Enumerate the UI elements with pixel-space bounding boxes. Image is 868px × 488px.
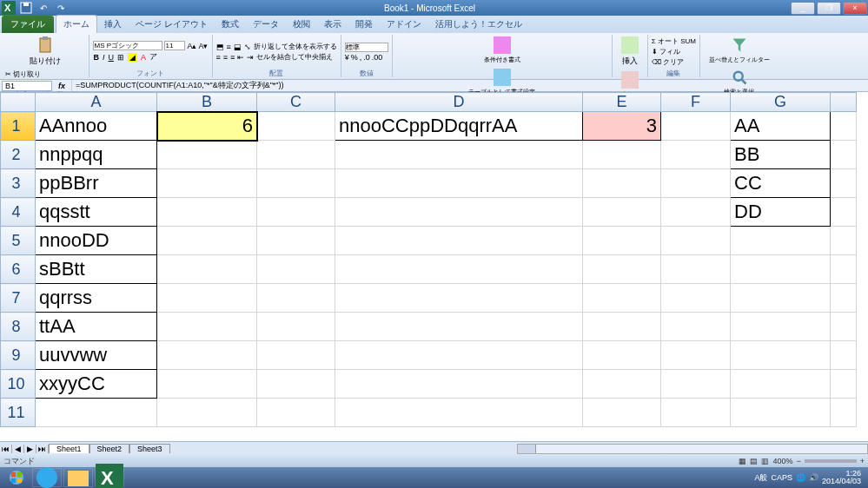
cell-A10[interactable]: xxyyCC xyxy=(36,370,157,399)
cell-A3[interactable]: ppBBrr xyxy=(36,169,157,198)
col-header-H[interactable] xyxy=(831,93,857,112)
col-header-A[interactable]: A xyxy=(36,93,157,112)
bold-button[interactable]: B xyxy=(93,53,99,62)
italic-button[interactable]: I xyxy=(103,53,105,62)
cell-C1[interactable] xyxy=(257,112,335,141)
sheet-tab-3[interactable]: Sheet3 xyxy=(129,444,170,453)
col-header-G[interactable]: G xyxy=(731,93,831,112)
sheet-nav-last-icon[interactable]: ⏭ xyxy=(36,445,49,453)
row-header-2[interactable]: 2 xyxy=(1,141,36,169)
row-header-9[interactable]: 9 xyxy=(1,341,36,370)
view-normal-icon[interactable]: ▦ xyxy=(739,457,746,465)
row-header-7[interactable]: 7 xyxy=(1,284,36,313)
decrease-font-icon[interactable]: A▾ xyxy=(198,42,208,50)
sheet-nav-next-icon[interactable]: ▶ xyxy=(24,445,36,453)
row-header-6[interactable]: 6 xyxy=(1,255,36,284)
tab-developer[interactable]: 開発 xyxy=(348,16,380,33)
row-header-1[interactable]: 1 xyxy=(1,112,36,141)
cell-E1[interactable]: 3 xyxy=(583,112,661,141)
indent-inc-icon[interactable]: ⇥ xyxy=(247,53,254,62)
cell-G4[interactable]: DD xyxy=(731,198,831,227)
merge-button[interactable]: セルを結合して中央揃え xyxy=(256,52,333,62)
system-tray[interactable]: A般 CAPS 🌐 🔊 1:26 2014/04/03 xyxy=(754,470,866,485)
undo-icon[interactable]: ↶ xyxy=(36,1,50,15)
redo-icon[interactable]: ↷ xyxy=(54,1,68,15)
font-name-input[interactable] xyxy=(93,41,162,50)
tab-insert[interactable]: 挿入 xyxy=(97,16,129,33)
tray-date[interactable]: 2014/04/03 xyxy=(822,478,861,485)
insert-cells-button[interactable]: 挿入 xyxy=(616,35,644,69)
maximize-button[interactable]: ❐ xyxy=(817,2,841,15)
spreadsheet[interactable]: A B C D E F G 1 AAnnoo 6 nnooCCppDDqqrrA… xyxy=(0,92,868,438)
align-left-icon[interactable]: ≡ xyxy=(216,53,221,62)
tab-formulas[interactable]: 数式 xyxy=(215,16,246,33)
font-color-button[interactable]: A xyxy=(141,53,146,62)
tab-custom[interactable]: 活用しよう！エクセル xyxy=(428,16,529,33)
align-right-icon[interactable]: ≡ xyxy=(230,53,235,62)
col-header-C[interactable]: C xyxy=(257,93,335,112)
cell-A7[interactable]: qqrrss xyxy=(36,284,157,313)
file-tab[interactable]: ファイル xyxy=(2,16,54,33)
minimize-button[interactable]: _ xyxy=(791,2,815,15)
tab-addins[interactable]: アドイン xyxy=(380,16,428,33)
view-layout-icon[interactable]: ▤ xyxy=(750,457,758,465)
zoom-slider[interactable] xyxy=(805,459,857,463)
tray-volume-icon[interactable]: 🔊 xyxy=(809,473,818,482)
percent-icon[interactable]: % xyxy=(351,53,358,62)
indent-dec-icon[interactable]: ⇤ xyxy=(237,53,244,62)
number-format-input[interactable] xyxy=(345,43,388,52)
paste-button[interactable]: 貼り付け xyxy=(24,35,66,69)
row-header-5[interactable]: 5 xyxy=(1,227,36,255)
cell-A1[interactable]: AAnnoo xyxy=(36,112,157,141)
font-size-input[interactable] xyxy=(164,41,185,50)
taskbar-explorer-icon[interactable] xyxy=(63,468,93,487)
align-mid-icon[interactable]: ≡ xyxy=(227,43,231,51)
tab-layout[interactable]: ページ レイアウト xyxy=(129,16,215,33)
cell-A8[interactable]: ttAA xyxy=(36,313,157,341)
sheet-nav-prev-icon[interactable]: ◀ xyxy=(12,445,24,453)
cell-D1[interactable]: nnooCCppDDqqrrAA xyxy=(335,112,583,141)
cell-G2[interactable]: BB xyxy=(731,141,831,169)
fill-button[interactable]: ⬇ フィル xyxy=(652,47,696,56)
view-break-icon[interactable]: ▥ xyxy=(761,457,769,465)
cell-B1[interactable]: 6 xyxy=(157,112,257,141)
comma-icon[interactable]: , xyxy=(360,53,362,62)
fill-color-button[interactable]: ◢ xyxy=(128,53,137,62)
tab-data[interactable]: データ xyxy=(246,16,286,33)
align-center-icon[interactable]: ≡ xyxy=(223,53,228,62)
tab-review[interactable]: 校閲 xyxy=(286,16,317,33)
cell-A9[interactable]: uuvvww xyxy=(36,341,157,370)
cell-G3[interactable]: CC xyxy=(731,169,831,198)
zoom-out-icon[interactable]: − xyxy=(796,457,800,465)
clear-button[interactable]: ⌫ クリア xyxy=(652,57,696,67)
currency-icon[interactable]: ¥ xyxy=(345,53,349,62)
name-box[interactable]: B1 xyxy=(2,81,52,91)
formula-input[interactable]: =SUMPRODUCT(COUNTIF(A1:A10,"*"&特定の文字列&"*… xyxy=(71,80,868,91)
row-header-3[interactable]: 3 xyxy=(1,169,36,198)
cell-F1[interactable] xyxy=(661,112,731,141)
row-header-10[interactable]: 10 xyxy=(1,370,36,399)
col-header-B[interactable]: B xyxy=(157,93,257,112)
col-header-E[interactable]: E xyxy=(583,93,661,112)
sort-filter-button[interactable]: 並べ替えとフィルター xyxy=(704,35,775,66)
border-button[interactable]: ⊞ xyxy=(117,53,124,62)
close-button[interactable]: × xyxy=(843,2,867,15)
conditional-format-button[interactable]: 条件付き書式 xyxy=(479,35,526,66)
horizontal-scrollbar[interactable] xyxy=(517,444,868,454)
sheet-nav-first-icon[interactable]: ⏮ xyxy=(0,445,12,453)
tray-network-icon[interactable]: 🌐 xyxy=(796,473,805,482)
cell-A4[interactable]: qqsstt xyxy=(36,198,157,227)
tab-view[interactable]: 表示 xyxy=(317,16,348,33)
cut-button[interactable]: ✂ 切り取り xyxy=(5,69,85,79)
taskbar-ie-icon[interactable] xyxy=(32,468,62,487)
sheet-tab-1[interactable]: Sheet1 xyxy=(49,444,89,453)
align-bot-icon[interactable]: ⬓ xyxy=(234,43,242,51)
wrap-text-button[interactable]: 折り返して全体を表示する xyxy=(254,42,337,51)
fx-icon[interactable]: fx xyxy=(56,82,68,90)
cell-A2[interactable]: nnppqq xyxy=(36,141,157,169)
zoom-in-icon[interactable]: + xyxy=(860,457,865,465)
save-icon[interactable] xyxy=(19,1,33,15)
increase-font-icon[interactable]: A▴ xyxy=(187,42,196,50)
inc-dec-icon[interactable]: .0 xyxy=(363,53,370,62)
row-header-4[interactable]: 4 xyxy=(1,198,36,227)
